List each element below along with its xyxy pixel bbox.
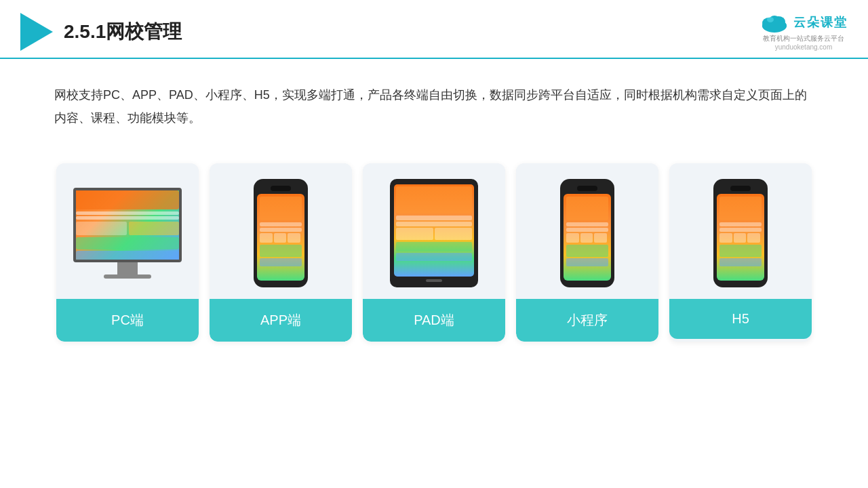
screen-content <box>76 190 179 260</box>
tablet-home-button <box>426 279 442 282</box>
logo-area: 云朵课堂 教育机构一站式服务云平台 yunduoketang.com <box>760 12 848 51</box>
card-pad: PAD端 <box>363 163 505 342</box>
page-title: 2.5.1网校管理 <box>64 19 182 45</box>
card-h5: H5 <box>669 163 812 342</box>
card-pad-label: PAD端 <box>363 299 505 342</box>
phone-screen-app <box>257 194 304 281</box>
logo-tagline: 教育机构一站式服务云平台 <box>763 34 844 43</box>
logo-text: 云朵课堂 <box>793 14 848 30</box>
logo-cloud: 云朵课堂 <box>760 12 848 33</box>
card-pc: PC端 <box>56 163 199 342</box>
monitor-screen <box>73 188 182 262</box>
phone-notch-h5 <box>730 186 751 191</box>
card-pad-image <box>363 163 505 299</box>
logo-url: yunduoketang.com <box>775 43 833 51</box>
card-app-label: APP端 <box>210 299 352 342</box>
svg-point-5 <box>767 17 774 22</box>
card-miniprogram: 小程序 <box>516 163 658 342</box>
phone-notch-mp <box>577 186 597 191</box>
tablet-device <box>390 179 478 287</box>
card-pc-label: PC端 <box>56 299 199 342</box>
page-header: 2.5.1网校管理 云朵课堂 教育机构一站式服务云平台 yunduoketang… <box>0 0 868 59</box>
card-app: APP端 <box>210 163 352 342</box>
card-app-image <box>210 163 352 299</box>
phone-device-app <box>254 179 308 287</box>
cloud-icon <box>760 12 789 33</box>
phone-screen-mp <box>564 194 611 281</box>
description-text: 网校支持PC、APP、PAD、小程序、H5，实现多端打通，产品各终端自由切换，数… <box>0 59 868 143</box>
card-h5-image <box>669 163 812 299</box>
phone-notch <box>271 186 291 191</box>
play-icon <box>20 13 53 51</box>
cards-container: PC端 <box>0 150 868 342</box>
pc-monitor <box>73 188 182 279</box>
svg-point-4 <box>762 20 787 32</box>
tablet-screen <box>394 184 474 277</box>
card-pc-image <box>56 163 199 299</box>
phone-device-h5 <box>713 179 768 287</box>
header-left: 2.5.1网校管理 <box>20 13 182 51</box>
card-miniprogram-image <box>516 163 658 299</box>
card-miniprogram-label: 小程序 <box>516 299 658 342</box>
phone-device-mp <box>560 179 614 287</box>
phone-screen-h5 <box>717 194 764 281</box>
card-h5-label: H5 <box>669 299 812 339</box>
